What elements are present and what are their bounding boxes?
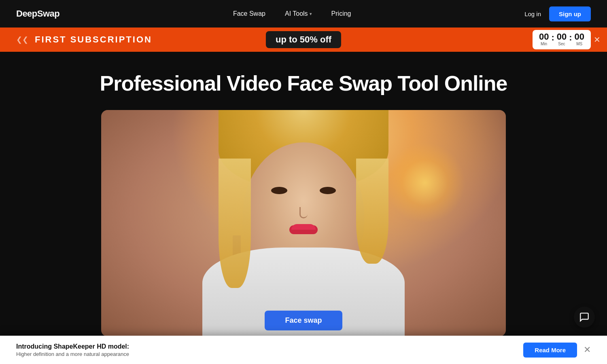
promo-title: FIRST SUBSCRIPTION <box>35 34 152 45</box>
video-bg <box>101 110 506 336</box>
chat-icon <box>579 312 590 322</box>
timer-colon-1: : <box>550 32 555 43</box>
video-overlay: Face swap <box>101 304 506 336</box>
signup-button[interactable]: Sign up <box>549 6 591 21</box>
notification-actions: Read More ✕ <box>523 343 591 358</box>
ai-tools-chevron-icon: ▾ <box>310 11 312 17</box>
nav-actions: Log in Sign up <box>524 6 591 21</box>
timer-ms: 00 MS <box>575 32 584 47</box>
timer-min: 00 Min <box>539 32 549 47</box>
main-content: Professional Video Face Swap Tool Online <box>0 52 607 336</box>
login-button[interactable]: Log in <box>524 11 541 17</box>
timer-colon-2: : <box>568 32 573 43</box>
read-more-button[interactable]: Read More <box>523 343 577 358</box>
face-swap-button[interactable]: Face swap <box>265 311 342 330</box>
nav-pricing[interactable]: Pricing <box>331 10 351 17</box>
nav-center: Face Swap AI Tools ▾ Pricing <box>233 10 351 17</box>
nav-face-swap[interactable]: Face Swap <box>233 10 265 17</box>
nav-ai-tools[interactable]: AI Tools ▾ <box>285 10 312 17</box>
promo-close-button[interactable]: ✕ <box>594 35 601 44</box>
timer-sec: 00 Sec <box>557 32 567 47</box>
logo[interactable]: DeepSwap <box>16 8 59 19</box>
chat-bubble-button[interactable] <box>574 307 595 328</box>
promo-timer: 00 Min : 00 Sec : 00 MS <box>533 30 591 49</box>
notification-close-button[interactable]: ✕ <box>584 345 591 355</box>
video-container: Face swap <box>101 110 506 336</box>
promo-banner: ❮❮ FIRST SUBSCRIPTION up to 50% off 00 M… <box>0 28 607 52</box>
notification-title: Introducing ShapeKeeper HD model: <box>16 343 129 350</box>
navbar: DeepSwap Face Swap AI Tools ▾ Pricing Lo… <box>0 0 607 28</box>
promo-arrows-icon: ❮❮ <box>16 35 28 44</box>
bottom-notification: Introducing ShapeKeeper HD model: Higher… <box>0 336 607 364</box>
hero-title: Professional Video Face Swap Tool Online <box>100 71 507 95</box>
promo-left: ❮❮ FIRST SUBSCRIPTION <box>16 34 152 45</box>
light-glow <box>384 142 465 223</box>
notification-subtitle: Higher definition and a more natural app… <box>16 351 129 357</box>
promo-badge: up to 50% off <box>266 31 341 48</box>
notification-text: Introducing ShapeKeeper HD model: Higher… <box>16 343 129 357</box>
